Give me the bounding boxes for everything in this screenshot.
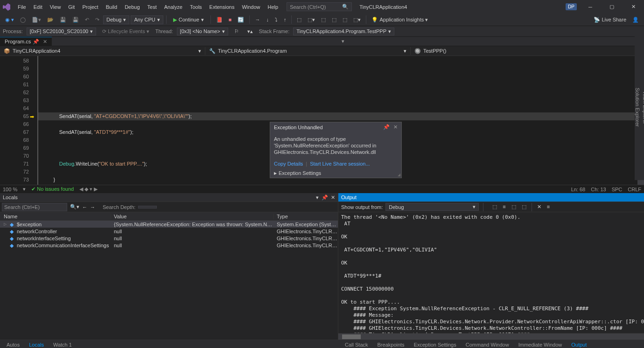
open-button[interactable]: 📂	[45, 15, 56, 24]
start-liveshare-link[interactable]: Start Live Share session...	[310, 161, 370, 167]
debug-btn-c[interactable]: ⬚	[319, 15, 328, 24]
thread-toggle-button[interactable]: ▾▴	[245, 27, 255, 36]
locals-row[interactable]: ▷◆$exception {System.NullReferenceExcept…	[0, 221, 338, 228]
debug-btn-1[interactable]: 📕	[214, 15, 225, 24]
menu-help[interactable]: Help	[264, 2, 282, 12]
undo-button[interactable]: ↶	[83, 15, 91, 24]
locals-row[interactable]: ◆networkCommunicationInterfaceSettings n…	[0, 242, 338, 249]
menu-extensions[interactable]: Extensions	[206, 2, 238, 12]
menu-build[interactable]: Build	[102, 2, 121, 12]
search-depth-input[interactable]	[138, 206, 157, 209]
menu-debug[interactable]: Debug	[121, 2, 143, 12]
search-icon[interactable]: 🔍▾	[70, 204, 79, 210]
output-btn-1[interactable]: ⬚	[490, 203, 499, 211]
issues-status[interactable]: ✔ No issues found	[31, 186, 74, 192]
menu-project[interactable]: Project	[78, 2, 102, 12]
user-badge[interactable]: DP	[566, 3, 577, 10]
line-ending[interactable]: CRLF	[628, 187, 641, 192]
step-out-button[interactable]: ↑	[281, 15, 289, 24]
dropdown-icon[interactable]: ▾	[316, 195, 319, 201]
menu-view[interactable]: View	[46, 2, 65, 12]
debug-btn-a[interactable]: ⬚	[294, 15, 304, 24]
lifecycle-button[interactable]: ⟳ Lifecycle Events ▾	[100, 27, 151, 36]
tab-callstack[interactable]: Call Stack	[340, 341, 373, 348]
platform-combo[interactable]: Any CPU ▾	[131, 15, 163, 24]
thread-flag-button[interactable]: ⚐	[232, 27, 241, 36]
col-value[interactable]: Value	[111, 214, 274, 219]
tab-breakpoints[interactable]: Breakpoints	[373, 341, 409, 348]
menu-window[interactable]: Window	[238, 2, 264, 12]
tab-locals[interactable]: Locals	[24, 341, 49, 348]
continue-button[interactable]: ▶Continue ▾	[169, 15, 208, 24]
close-panel-icon[interactable]: ✕	[331, 195, 335, 201]
step-into-button[interactable]: ↓	[264, 15, 271, 24]
config-combo[interactable]: Debug ▾	[103, 15, 129, 24]
menu-edit[interactable]: Edit	[30, 2, 46, 12]
app-insights-button[interactable]: 💡 Application Insights ▾	[369, 15, 430, 24]
menu-test[interactable]: Test	[144, 2, 161, 12]
output-title[interactable]: Output ▾📌✕	[338, 193, 644, 202]
nav-class-combo[interactable]: 🔧 TinyCLRApplication4.Program▾	[205, 47, 411, 55]
zoom-level[interactable]: 100 %	[3, 187, 17, 192]
save-button[interactable]: 💾	[57, 15, 69, 24]
locals-row[interactable]: ◆networkController null GHIElectronics.T…	[0, 228, 338, 235]
process-combo[interactable]: [0xF] SC20100_SC20100▾	[27, 28, 96, 35]
redo-button[interactable]: ↷	[93, 15, 102, 24]
doc-tab-program[interactable]: Program.cs 📌 ✕	[0, 37, 52, 46]
copy-details-link[interactable]: Copy Details	[274, 161, 303, 167]
feedback-button[interactable]: 👤	[630, 15, 641, 24]
tab-menu-icon[interactable]: ▾	[339, 37, 347, 46]
forward-button[interactable]: ◯	[18, 15, 28, 24]
menu-git[interactable]: Git	[64, 2, 78, 12]
tab-watch1[interactable]: Watch 1	[49, 341, 77, 348]
output-text[interactable]: The thread '<No Name>' (0x2) has exited …	[338, 212, 644, 333]
step-over-button[interactable]: ⤵	[273, 15, 280, 24]
minimize-button[interactable]: ─	[582, 0, 598, 14]
save-all-button[interactable]: 💾	[70, 15, 81, 24]
tab-immediate-window[interactable]: Immediate Window	[514, 341, 567, 348]
menu-tools[interactable]: Tools	[186, 2, 206, 12]
debug-btn-d[interactable]: ⬚	[329, 15, 339, 24]
output-source-combo[interactable]: Debug▾	[385, 203, 479, 211]
locals-search-input[interactable]: Search (Ctrl+E)	[2, 203, 67, 211]
tab-exception-settings[interactable]: Exception Settings	[409, 341, 461, 348]
output-wrap-button[interactable]: ≡	[545, 203, 552, 211]
indent-mode[interactable]: SPC	[612, 187, 623, 192]
output-clear-button[interactable]: ✕	[535, 203, 543, 211]
debug-btn-b[interactable]: ⬚▾	[305, 15, 317, 24]
pin-icon[interactable]: 📌	[322, 195, 328, 201]
new-item-button[interactable]: 📄▾	[29, 15, 43, 24]
menu-file[interactable]: File	[14, 2, 30, 12]
tab-command-window[interactable]: Command Window	[461, 341, 514, 348]
menu-analyze[interactable]: Analyze	[161, 2, 186, 12]
col-name[interactable]: Name	[0, 214, 111, 219]
code-editor[interactable]: 5859606162636465666768697071727374757677…	[0, 56, 644, 185]
search-nav-prev[interactable]: ←	[82, 204, 87, 210]
resize-grip-icon[interactable]: ◢	[398, 173, 400, 177]
close-tab-icon[interactable]: ✕	[43, 39, 47, 45]
close-popup-icon[interactable]: ✕	[393, 124, 398, 130]
nav-icons[interactable]: ◀ ◆ ▾ ▶	[79, 186, 98, 192]
live-share-button[interactable]: 📡 Live Share	[591, 15, 629, 24]
debug-btn-e[interactable]: ⬚	[340, 15, 350, 24]
output-scrollbar[interactable]	[338, 333, 644, 340]
exception-settings-expander[interactable]: ▶Exception Settings	[270, 168, 401, 178]
nav-method-combo[interactable]: 🔘 TestPPP()▾	[411, 47, 644, 55]
locals-row[interactable]: ◆networkInterfaceSetting null GHIElectro…	[0, 235, 338, 242]
output-btn-2[interactable]: ≡	[501, 203, 507, 211]
stop-button[interactable]: ■	[226, 15, 234, 24]
thread-combo[interactable]: [0x3] <No Name>▾	[177, 28, 228, 35]
stack-combo[interactable]: TinyCLRApplication4.Program.TestPPP▾	[293, 28, 394, 35]
output-btn-3[interactable]: ⬚	[510, 203, 518, 211]
restart-button[interactable]: 🔄	[235, 15, 246, 24]
nav-project-combo[interactable]: 📦 TinyCLRApplication4▾	[0, 47, 205, 55]
show-next-button[interactable]: →	[252, 15, 262, 24]
search-input[interactable]: Search (Ctrl+Q) 🔍	[287, 2, 352, 11]
close-button[interactable]: ✕	[625, 0, 641, 14]
pin-icon[interactable]: 📌	[383, 124, 390, 130]
rail-solution-explorer[interactable]: Solution Explorer	[635, 88, 640, 127]
col-type[interactable]: Type	[274, 214, 338, 219]
tab-autos[interactable]: Autos	[2, 341, 24, 348]
back-button[interactable]: ◉ ▾	[3, 15, 16, 24]
tab-output[interactable]: Output	[567, 341, 591, 348]
